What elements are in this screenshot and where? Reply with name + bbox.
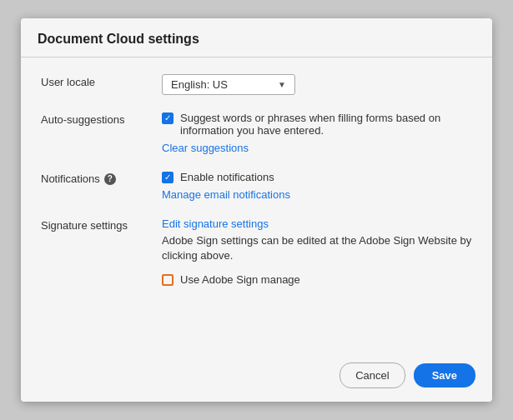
auto-suggestions-label: Auto-suggestions (41, 112, 162, 126)
auto-suggestions-checkbox-label: Suggest words or phrases when filling fo… (180, 112, 472, 137)
auto-suggestions-checkbox-row: ✓ Suggest words or phrases when filling … (162, 112, 472, 137)
user-locale-row: User locale English: US ▼ (41, 74, 472, 95)
auto-suggestions-row: Auto-suggestions ✓ Suggest words or phra… (41, 112, 472, 154)
notifications-checkbox[interactable]: ✓ (162, 172, 174, 183)
signature-settings-description: Adobe Sign settings can be edited at the… (162, 233, 472, 263)
user-locale-content: English: US ▼ (162, 74, 472, 95)
adobe-sign-checkbox-label: Use Adobe Sign manage (180, 273, 300, 286)
dialog-footer: Cancel Save (21, 352, 492, 402)
checkmark-icon: ✓ (164, 173, 171, 182)
save-button[interactable]: Save (414, 363, 475, 388)
dialog-header: Document Cloud settings (21, 18, 492, 58)
info-icon[interactable]: ? (104, 173, 116, 185)
locale-value: English: US (171, 78, 228, 91)
adobe-sign-checkbox-row: Use Adobe Sign manage (162, 273, 472, 286)
notifications-row: Notifications ? ✓ Enable notifications M… (41, 171, 472, 201)
notifications-content: ✓ Enable notifications Manage email noti… (162, 171, 472, 201)
dialog-title: Document Cloud settings (38, 32, 199, 46)
checkmark-icon: ✓ (164, 114, 171, 122)
chevron-down-icon: ▼ (278, 80, 286, 89)
manage-email-notifications-link[interactable]: Manage email notifications (162, 188, 290, 201)
cancel-button[interactable]: Cancel (339, 362, 405, 388)
signature-settings-label: Signature settings (41, 218, 162, 232)
signature-settings-row: Signature settings Edit signature settin… (41, 218, 472, 291)
notifications-label: Notifications ? (41, 171, 162, 185)
edit-signature-settings-link[interactable]: Edit signature settings (162, 218, 269, 230)
signature-settings-content: Edit signature settings Adobe Sign setti… (162, 218, 472, 291)
auto-suggestions-checkbox[interactable]: ✓ (162, 112, 174, 124)
document-cloud-settings-dialog: Document Cloud settings User locale Engl… (21, 18, 492, 402)
dialog-body: User locale English: US ▼ Auto-suggestio… (21, 58, 492, 352)
auto-suggestions-content: ✓ Suggest words or phrases when filling … (162, 112, 472, 154)
user-locale-label: User locale (41, 74, 162, 88)
notifications-checkbox-label: Enable notifications (180, 171, 274, 183)
adobe-sign-checkbox[interactable] (162, 274, 174, 286)
locale-select[interactable]: English: US ▼ (162, 74, 295, 95)
notifications-checkbox-row: ✓ Enable notifications (162, 171, 472, 183)
clear-suggestions-link[interactable]: Clear suggestions (162, 142, 249, 154)
